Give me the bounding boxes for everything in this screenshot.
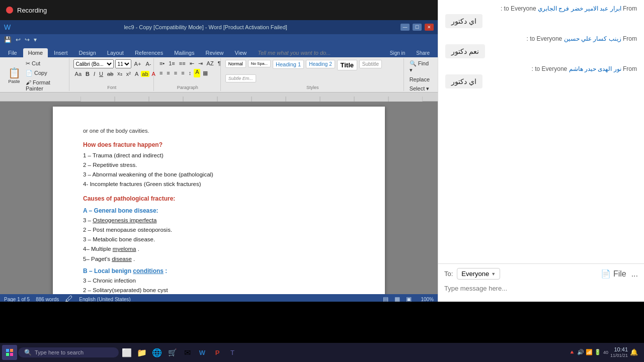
to-label: To: [444, 270, 453, 278]
recipient-select[interactable]: Everyone ▼ [457, 268, 500, 280]
justify-btn[interactable]: ≡ [180, 69, 186, 77]
maximize-button[interactable]: ☐ [413, 24, 422, 31]
tab-tell-me[interactable]: Tell me what you want to do... [253, 48, 336, 57]
align-center-btn[interactable]: ≡ [165, 69, 171, 77]
taskbar-icon-edge[interactable]: 🌐 [150, 345, 164, 359]
copy-button[interactable]: 📄 Copy [24, 69, 66, 77]
cut-button[interactable]: ✂ Cut [24, 59, 66, 68]
line-spacing-btn[interactable]: ↕ [187, 69, 193, 77]
document-page[interactable]: or one of the body cavities. How does fr… [53, 107, 385, 294]
paragraph-group: ≡• 1≡ ≡≡ ⇤ ⇥ AZ ¶ ≡ ≡ ≡ ≡ ↕ A ▦ [155, 58, 221, 91]
page-count: Page 1 of 5 [4, 297, 30, 302]
style-subtitle[interactable]: Subtitle [359, 60, 382, 68]
taskbar-search[interactable]: 🔍 Type here to search [18, 347, 119, 357]
text-effects-btn[interactable]: A [133, 70, 140, 78]
search-placeholder: Type here to search [35, 349, 84, 355]
recording-bar: Recording [0, 0, 438, 20]
notification-btn[interactable]: 🔔 [630, 348, 638, 356]
font-size-select[interactable]: 11 [115, 59, 131, 68]
recording-label: Recording [17, 7, 47, 14]
task-view-button[interactable]: ⬜ [120, 345, 134, 359]
sign-in-btn[interactable]: Sign in [385, 49, 411, 57]
italic-btn[interactable]: I [92, 70, 97, 78]
svg-rect-14 [6, 353, 9, 356]
increase-font-btn[interactable]: A+ [133, 60, 143, 68]
bullets-btn[interactable]: ≡• [158, 59, 166, 68]
subscript-btn[interactable]: x₂ [116, 69, 124, 78]
doc-intro-text: or one of the body cavities. [83, 127, 355, 135]
tab-insert[interactable]: Insert [49, 48, 73, 57]
system-tray: 🔺 🔊 📶 🔋 40 10:41 11/01/21 🔔 [569, 346, 642, 359]
chat-input-area: To: Everyone ▼ 📄 File ... [438, 263, 644, 304]
tray-battery-percent: 40 [603, 350, 608, 355]
font-family-select[interactable]: Calibri (Bo... [73, 59, 114, 68]
sort-btn[interactable]: AZ [205, 59, 215, 68]
shading-btn[interactable]: A [194, 69, 200, 77]
more-quick-btn[interactable]: ▾ [33, 36, 38, 43]
tab-references[interactable]: References [130, 48, 168, 57]
quick-access-toolbar: 💾 ↩ ↪ ▾ [0, 34, 438, 45]
minimize-button[interactable]: — [400, 24, 410, 31]
taskbar-icon-powerpoint[interactable]: P [210, 345, 224, 359]
tab-home[interactable]: Home [23, 48, 48, 57]
style-heading2[interactable]: Heading 2 [306, 60, 335, 68]
undo-quick-btn[interactable]: ↩ [15, 36, 22, 43]
tab-review[interactable]: Review [201, 48, 229, 57]
share-btn[interactable]: Share [411, 49, 435, 57]
save-quick-btn[interactable]: 💾 [3, 36, 13, 43]
style-no-spacing[interactable]: No Spa... [248, 60, 271, 67]
replace-btn[interactable]: Replace [408, 75, 431, 83]
taskbar-icon-word[interactable]: W [195, 345, 209, 359]
recipient-value: Everyone [461, 270, 489, 278]
tray-icons: 🔺 🔊 📶 🔋 [569, 349, 601, 355]
paste-button[interactable]: 📋 Paste [5, 66, 23, 85]
numbering-btn[interactable]: 1≡ [167, 59, 177, 68]
taskbar-icon-mail[interactable]: ✉ [180, 345, 194, 359]
section2-sub1: A – General bone disease: [83, 206, 355, 215]
paragraph-group-label: Paragraph [158, 85, 217, 90]
ruler [0, 93, 438, 102]
style-title[interactable]: Title [337, 60, 357, 70]
style-heading1[interactable]: Heading 1 [273, 60, 304, 69]
decrease-font-btn[interactable]: A- [144, 60, 152, 68]
find-btn[interactable]: 🔍 Find ▾ [408, 59, 433, 74]
text-highlight-btn[interactable]: ab [141, 71, 149, 77]
style-subtle-em[interactable]: Subtle Em... [225, 74, 256, 82]
borders-btn[interactable]: ▦ [201, 69, 209, 77]
chat-message-input[interactable] [444, 283, 638, 299]
multilevel-btn[interactable]: ≡≡ [178, 59, 187, 68]
clear-formatting-btn[interactable]: Aa [73, 70, 83, 78]
increase-indent-btn[interactable]: ⇥ [197, 59, 204, 68]
tab-view[interactable]: View [230, 48, 252, 57]
taskbar-icon-explorer[interactable]: 📁 [135, 345, 149, 359]
style-normal[interactable]: Normal [225, 60, 246, 68]
tab-mailings[interactable]: Mailings [169, 48, 199, 57]
section2-heading: Causes of pathological fracture: [83, 194, 355, 203]
strikethrough-btn[interactable]: ab [106, 70, 115, 78]
taskbar-icon-teams[interactable]: T [225, 345, 239, 359]
taskbar-icon-store[interactable]: 🛒 [165, 345, 179, 359]
ribbon-tabs: File Home Insert Design Layout Reference… [0, 45, 438, 57]
s2b-item1: 3 – Chronic infection [83, 277, 355, 285]
bold-btn[interactable]: B [84, 70, 91, 78]
decrease-indent-btn[interactable]: ⇤ [188, 59, 196, 68]
select-btn[interactable]: Select ▾ [408, 84, 431, 93]
superscript-btn[interactable]: x² [125, 70, 132, 78]
tab-design[interactable]: Design [74, 48, 101, 57]
system-clock: 10:41 11/01/21 [610, 346, 628, 359]
title-bar-right[interactable]: — ☐ ✕ [400, 24, 434, 31]
underline-btn[interactable]: U [98, 70, 105, 78]
tab-layout[interactable]: Layout [102, 48, 129, 57]
start-button[interactable] [2, 345, 17, 360]
section1-item3: 3 – Abnormal weakening of the bone (path… [83, 170, 355, 179]
close-button[interactable]: ✕ [425, 24, 434, 31]
attach-file-button[interactable]: 📄 File [601, 269, 626, 279]
redo-quick-btn[interactable]: ↪ [24, 36, 31, 43]
format-painter-button[interactable]: 🖌 Format Painter [24, 78, 66, 93]
word-processor: W lec9 - Copy [Compatibility Mode] - Wor… [0, 20, 438, 304]
align-right-btn[interactable]: ≡ [173, 69, 179, 77]
title-bar-left: W [4, 23, 11, 31]
more-options-button[interactable]: ... [631, 269, 638, 279]
align-left-btn[interactable]: ≡ [158, 69, 164, 77]
tab-file[interactable]: File [3, 48, 22, 57]
